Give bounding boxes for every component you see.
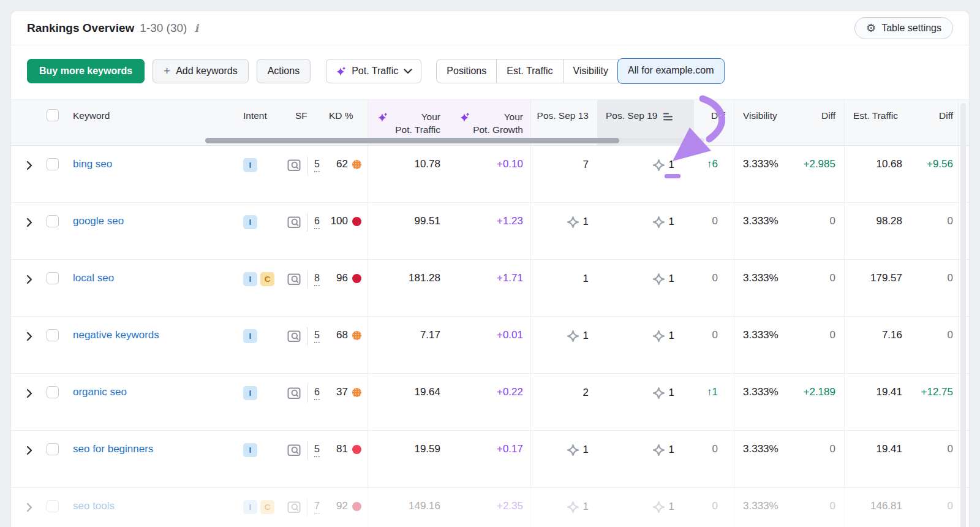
- kd-difficulty-dot: [352, 217, 361, 226]
- view-tab-est-traffic[interactable]: Est. Traffic: [496, 59, 563, 83]
- visibility-value: 3.333%: [734, 488, 796, 527]
- visibility-value: 3.333%: [734, 260, 796, 316]
- rankings-overview-card: Rankings Overview 1-30 (30) i ⚙ Table se…: [11, 11, 969, 527]
- serp-features-icon[interactable]: [287, 387, 301, 400]
- intent-badges: I: [243, 317, 287, 373]
- kd-difficulty-dot: [352, 445, 361, 454]
- row-checkbox[interactable]: [47, 158, 59, 170]
- row-checkbox[interactable]: [47, 443, 59, 455]
- keyword-link[interactable]: seo for beginners: [73, 443, 153, 455]
- visibility-diff-value: 0: [796, 317, 845, 373]
- sort-icon: [663, 113, 674, 121]
- add-keywords-button[interactable]: + Add keywords: [153, 59, 249, 83]
- chevron-right-icon: [24, 502, 34, 513]
- pot-traffic-value: 10.78: [368, 146, 450, 202]
- expand-row-button[interactable]: [11, 488, 36, 527]
- row-checkbox[interactable]: [47, 272, 59, 284]
- row-checkbox[interactable]: [47, 500, 59, 512]
- view-tab-all-for-domain[interactable]: All for example.com: [617, 58, 725, 84]
- keyword-link[interactable]: seo tools: [73, 500, 115, 512]
- sf-count[interactable]: 7: [314, 501, 320, 514]
- row-checkbox[interactable]: [47, 386, 59, 398]
- serp-features-icon[interactable]: [287, 273, 301, 286]
- serp-position-icon: [567, 501, 579, 514]
- est-traffic-value: 7.16: [845, 317, 908, 373]
- column-header-diff-vis[interactable]: Diff: [796, 100, 845, 145]
- serp-features-icon[interactable]: [287, 501, 301, 514]
- pot-traffic-value: 7.17: [368, 317, 450, 373]
- view-tab-positions[interactable]: Positions: [436, 59, 497, 83]
- serp-features-icon[interactable]: [287, 330, 301, 343]
- chevron-down-icon: [404, 69, 412, 74]
- keyword-link[interactable]: local seo: [73, 272, 114, 284]
- divider: [307, 270, 307, 289]
- intent-badge-informational: I: [243, 215, 257, 229]
- actions-button[interactable]: Actions: [257, 59, 311, 83]
- pot-growth-value: +2.35: [450, 488, 531, 527]
- column-header-diff-est[interactable]: Diff: [908, 100, 959, 145]
- serp-position-icon: [652, 501, 665, 514]
- expand-row-button[interactable]: [11, 203, 36, 259]
- info-icon[interactable]: i: [194, 22, 198, 34]
- serp-position-icon: [567, 444, 579, 457]
- serp-position-icon: [652, 159, 665, 172]
- row-checkbox[interactable]: [47, 215, 59, 227]
- column-header-visibility[interactable]: Visibility: [734, 100, 796, 145]
- est-traffic-value: 98.28: [845, 203, 908, 259]
- sparkle-icon: [377, 112, 388, 123]
- visibility-value: 3.333%: [734, 317, 796, 373]
- sf-count[interactable]: 5: [314, 159, 320, 172]
- est-traffic-diff-value: +9.56: [908, 146, 959, 202]
- table-settings-button[interactable]: ⚙ Table settings: [854, 17, 953, 39]
- intent-badge-informational: I: [243, 272, 257, 286]
- serp-position-icon: [652, 444, 665, 457]
- result-range: 1-30 (30): [140, 21, 187, 35]
- sf-count[interactable]: 6: [314, 387, 320, 400]
- pos-sep19-value: 1: [669, 159, 674, 171]
- intent-badges: I: [243, 203, 287, 259]
- kd-value: 37: [336, 386, 348, 398]
- table-row: organic seo I 6 37 19.64 +0.22 2 1 ↑1 3.…: [11, 374, 969, 431]
- sf-count[interactable]: 6: [314, 216, 320, 229]
- kd-value: 81: [336, 443, 348, 455]
- metric-dropdown[interactable]: Pot. Traffic: [326, 59, 421, 83]
- sf-count[interactable]: 5: [314, 444, 320, 457]
- vertical-scrollbar[interactable]: [960, 103, 966, 527]
- visibility-value: 3.333%: [734, 203, 796, 259]
- divider: [307, 384, 307, 403]
- buy-more-keywords-button[interactable]: Buy more keywords: [27, 59, 145, 83]
- select-all-checkbox[interactable]: [47, 109, 59, 121]
- divider: [307, 327, 307, 346]
- keyword-link[interactable]: negative keywords: [73, 329, 159, 341]
- table-header-row: Keyword Intent SF KD % YourPot. Traffic …: [11, 99, 969, 146]
- expand-row-button[interactable]: [11, 260, 36, 316]
- divider: [307, 156, 307, 175]
- intent-badge-informational: I: [243, 386, 257, 400]
- view-tab-visibility[interactable]: Visibility: [563, 59, 619, 83]
- serp-features-icon[interactable]: [287, 159, 301, 172]
- keyword-link[interactable]: bing seo: [73, 158, 112, 170]
- row-checkbox[interactable]: [47, 329, 59, 341]
- sf-count[interactable]: 5: [314, 330, 320, 343]
- column-header-est-traffic[interactable]: Est. Traffic: [845, 100, 908, 145]
- keyword-link[interactable]: organic seo: [73, 386, 127, 398]
- expand-row-button[interactable]: [11, 431, 36, 487]
- pos-sep13-value: 1: [583, 501, 589, 513]
- page-title: Rankings Overview: [27, 21, 134, 35]
- sf-count[interactable]: 8: [314, 273, 320, 286]
- horizontal-scrollbar: [205, 138, 704, 143]
- serp-features-icon[interactable]: [287, 444, 301, 457]
- intent-badges: IC: [243, 260, 287, 316]
- sparkle-icon: [335, 66, 346, 77]
- keyword-link[interactable]: google seo: [73, 215, 124, 227]
- kd-difficulty-dot: [352, 160, 361, 169]
- expand-row-button[interactable]: [11, 374, 36, 430]
- horizontal-scrollbar-thumb[interactable]: [205, 138, 619, 143]
- est-traffic-value: 10.68: [845, 146, 908, 202]
- est-traffic-diff-value: 0: [908, 203, 959, 259]
- highlight-underline: [665, 174, 680, 178]
- expand-row-button[interactable]: [11, 317, 36, 373]
- expand-row-button[interactable]: [11, 146, 36, 202]
- visibility-diff-value: 0: [796, 260, 845, 316]
- serp-features-icon[interactable]: [287, 216, 301, 229]
